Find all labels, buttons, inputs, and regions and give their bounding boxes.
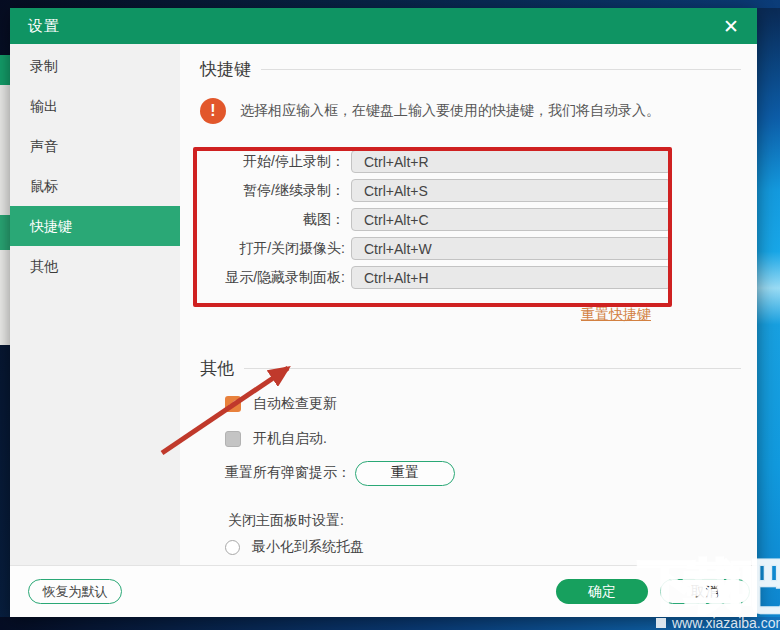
sidebar-item-record[interactable]: 录制	[10, 46, 180, 86]
hotkey-input-camera[interactable]	[351, 237, 671, 260]
autostart-label: 开机自启动.	[253, 430, 327, 448]
hotkey-row: 显示/隐藏录制面板:	[200, 266, 757, 289]
background-window-fragment	[0, 250, 10, 345]
auto-update-checkbox[interactable]: ✓	[225, 396, 241, 412]
sidebar-item-hotkeys[interactable]: 快捷键	[10, 206, 180, 246]
other-section-title: 其他	[200, 357, 234, 380]
hotkeys-list: 开始/停止录制： 暂停/继续录制： 截图： 打开/关闭摄像头:	[200, 150, 757, 289]
desktop-wallpaper-strip	[757, 8, 780, 617]
minimize-tray-row: 最小化到系统托盘	[225, 538, 757, 556]
minimize-tray-radio[interactable]	[225, 540, 240, 555]
hotkey-input-screenshot[interactable]	[351, 208, 671, 231]
auto-update-label: 自动检查更新	[253, 395, 337, 413]
reset-popup-label: 重置所有弹窗提示：	[225, 464, 351, 482]
hotkey-row: 暂停/继续录制：	[200, 179, 757, 202]
background-window-fragment	[0, 55, 10, 85]
hotkey-label-start-stop: 开始/停止录制：	[200, 153, 345, 171]
hotkeys-section-title: 快捷键	[200, 58, 251, 81]
hotkey-row: 打开/关闭摄像头:	[200, 237, 757, 260]
reset-hotkeys-link[interactable]: 重置快捷键	[581, 306, 651, 322]
hotkey-label-panel: 显示/隐藏录制面板:	[200, 269, 345, 287]
hotkey-label-screenshot: 截图：	[200, 211, 345, 229]
titlebar: 设置 ✕	[10, 8, 757, 44]
hotkey-row: 截图：	[200, 208, 757, 231]
sidebar-item-output[interactable]: 输出	[10, 86, 180, 126]
desktop-wallpaper-bottom	[0, 617, 780, 630]
hotkey-label-pause-resume: 暂停/继续录制：	[200, 182, 345, 200]
warning-icon: !	[200, 98, 226, 124]
restore-defaults-button[interactable]: 恢复为默认	[28, 579, 122, 604]
hotkeys-notice: ! 选择相应输入框，在键盘上输入要使用的快捷键，我们将自动录入。	[200, 98, 757, 124]
section-divider	[261, 69, 741, 70]
sidebar-item-mouse[interactable]: 鼠标	[10, 166, 180, 206]
check-icon: ✓	[228, 398, 238, 410]
reset-hotkeys-row: 重置快捷键	[200, 305, 757, 323]
desktop: 设置 ✕ 录制 输出 声音 鼠标 快捷键 其他 快捷键 !	[0, 0, 780, 630]
auto-update-row: ✓ 自动检查更新	[225, 395, 757, 413]
close-panel-label: 关闭主面板时设置:	[228, 512, 757, 529]
hotkeys-notice-text: 选择相应输入框，在键盘上输入要使用的快捷键，我们将自动录入。	[240, 102, 660, 120]
sidebar: 录制 输出 声音 鼠标 快捷键 其他	[10, 44, 180, 565]
hotkeys-section-header: 快捷键	[200, 58, 757, 80]
cancel-button[interactable]: 取消	[660, 579, 750, 604]
hotkey-row: 开始/停止录制：	[200, 150, 757, 173]
autostart-checkbox[interactable]	[225, 431, 241, 447]
footer-bar: 恢复为默认 确定 取消	[10, 565, 757, 617]
reset-popup-button[interactable]: 重置	[355, 461, 455, 486]
sidebar-item-sound[interactable]: 声音	[10, 126, 180, 166]
sidebar-item-other[interactable]: 其他	[10, 246, 180, 286]
hotkey-input-pause-resume[interactable]	[351, 179, 671, 202]
section-divider	[244, 368, 741, 369]
reset-popup-row: 重置所有弹窗提示： 重置	[225, 460, 757, 486]
dialog-title: 设置	[28, 17, 60, 36]
other-section-header: 其他	[200, 357, 757, 379]
close-button[interactable]: ✕	[713, 8, 749, 44]
dialog-body: 录制 输出 声音 鼠标 快捷键 其他 快捷键 ! 选择相应输入框，在键盘上输入要…	[10, 44, 757, 565]
background-window-fragment	[0, 85, 10, 215]
hotkey-label-camera: 打开/关闭摄像头:	[200, 240, 345, 258]
hotkey-input-start-stop[interactable]	[351, 150, 671, 173]
content-panel: 快捷键 ! 选择相应输入框，在键盘上输入要使用的快捷键，我们将自动录入。 开始/…	[180, 44, 757, 565]
minimize-tray-label: 最小化到系统托盘	[252, 538, 364, 556]
ok-button[interactable]: 确定	[556, 579, 648, 604]
hotkey-input-panel[interactable]	[351, 266, 671, 289]
settings-dialog: 设置 ✕ 录制 输出 声音 鼠标 快捷键 其他 快捷键 !	[10, 8, 757, 617]
background-window-fragment	[0, 215, 10, 250]
close-icon: ✕	[723, 17, 739, 36]
autostart-row: 开机自启动.	[225, 430, 757, 448]
